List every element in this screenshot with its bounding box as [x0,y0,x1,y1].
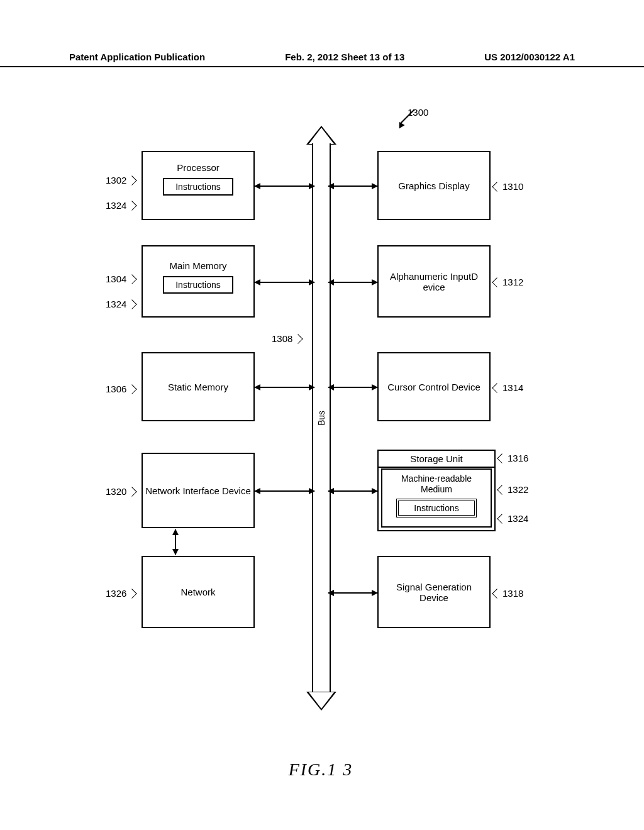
block-storage-unit: Storage Unit Machine-readable Medium Ins… [377,450,496,531]
connector-signal-gen [328,592,377,594]
connector-static-memory [255,387,314,388]
block-cursor-control: Cursor Control Device [377,352,491,421]
ref-1316: 1316 [499,453,528,465]
ref-1312: 1312 [494,277,523,289]
page-header: Patent Application Publication Feb. 2, 2… [0,52,644,67]
block-alpha-input: Alphanumeric InputD evice [377,245,491,318]
block-graphics-display: Graphics Display [377,151,491,220]
ref-bus: 1308 [272,333,301,345]
block-main-memory-instructions: Instructions [163,276,233,294]
figure-caption: FIG.1 3 [94,760,547,780]
connector-processor [255,185,314,187]
header-left: Patent Application Publication [69,52,205,62]
ref-1306: 1306 [106,384,135,396]
connector-network-interface [255,490,314,492]
block-processor: Processor Instructions [142,151,255,220]
bus-label: Bus [316,411,326,426]
connector-alpha-input [328,282,377,283]
block-main-memory: Main Memory Instructions [142,245,255,318]
ref-1304: 1304 [106,274,135,285]
header-right: US 2012/0030122 A1 [484,52,575,62]
header-center: Feb. 2, 2012 Sheet 13 of 13 [285,52,404,62]
storage-unit-title: Storage Unit [379,451,494,468]
connector-graphics-display [328,185,377,187]
block-storage-instructions: Instructions [396,499,477,517]
block-static-memory: Static Memory [142,352,255,421]
ref-1300: 1300 [408,107,428,118]
ref-1318: 1318 [494,588,523,600]
bus-arrow: Bus [308,126,335,711]
block-network-interface: Network Interface Device [142,453,255,528]
connector-storage [328,490,377,492]
block-machine-readable-medium: Machine-readable Medium Instructions [381,468,492,528]
connector-main-memory [255,282,314,283]
block-network: Network [142,556,255,628]
ref-1324-b: 1324 [106,299,135,311]
ref-1310: 1310 [494,181,523,193]
ref-1324-c: 1324 [499,513,528,525]
figure-area: 1300 Bus 1308 Processor Instructions 130… [94,113,547,780]
ref-1324-a: 1324 [106,200,135,212]
connector-nid-network [175,529,176,555]
ref-1322: 1322 [499,484,528,496]
ref-1320: 1320 [106,486,135,498]
block-processor-instructions: Instructions [163,178,233,196]
ref-1314: 1314 [494,382,523,394]
block-signal-gen: Signal Generation Device [377,556,491,628]
ref-1326: 1326 [106,588,135,600]
connector-cursor-control [328,387,377,388]
ref-1302: 1302 [106,175,135,187]
